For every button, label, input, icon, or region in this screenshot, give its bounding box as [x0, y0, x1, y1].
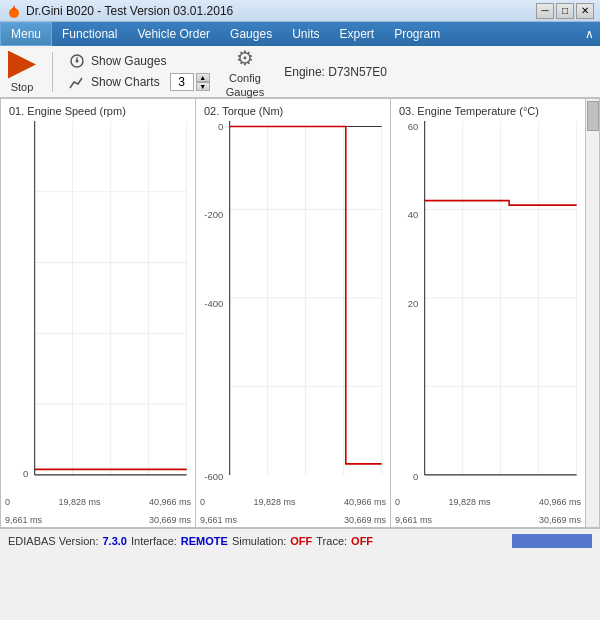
ediabas-version: 7.3.0	[103, 535, 127, 547]
interface-label: Interface:	[131, 535, 177, 547]
maximize-button[interactable]: □	[556, 3, 574, 19]
svg-marker-1	[12, 5, 16, 10]
window-title: Dr.Gini B020 - Test Version 03.01.2016	[26, 4, 233, 18]
show-charts-label: Show Charts	[91, 75, 160, 89]
x-label-2: 40,966 ms	[149, 497, 191, 507]
close-button[interactable]: ✕	[576, 3, 594, 19]
trace-label: Trace:	[316, 535, 347, 547]
chart-torque: 02. Torque (Nm) 0 -200 -400 -600	[196, 99, 391, 527]
chart-2-svg-wrap: 0 -200 -400 -600	[198, 121, 388, 497]
chart-icon	[69, 74, 85, 90]
chart-1-x-labels: 0 19,828 ms 40,966 ms 9,661 ms 30,669 ms	[3, 497, 193, 525]
titlebar: Dr.Gini B020 - Test Version 03.01.2016 ─…	[0, 0, 600, 22]
show-gauges-label: Show Gauges	[91, 54, 166, 68]
simulation-value: OFF	[290, 535, 312, 547]
chart-3-x-labels: 0 19,828 ms 40,966 ms 9,661 ms 30,669 ms	[393, 497, 583, 525]
status-block	[512, 534, 592, 548]
svg-text:0: 0	[218, 121, 224, 132]
toolbar: Stop Show Gauges Show Charts ▲ ▼	[0, 46, 600, 98]
x-label-0: 0	[395, 497, 400, 507]
chart-engine-speed: 01. Engine Speed (rpm) 0	[1, 99, 196, 527]
svg-text:-600: -600	[204, 471, 224, 482]
play-icon	[8, 51, 36, 79]
menu-item-menu[interactable]: Menu	[0, 22, 52, 46]
x-label-3: 9,661 ms	[5, 515, 42, 525]
vertical-scrollbar[interactable]	[585, 99, 599, 527]
config-gauges-label: Config	[229, 72, 261, 84]
x-label-4: 30,669 ms	[344, 515, 386, 525]
toolbar-options: Show Gauges Show Charts ▲ ▼	[69, 53, 210, 91]
menu-item-vehicle-order[interactable]: Vehicle Order	[127, 22, 220, 46]
menu-item-functional[interactable]: Functional	[52, 22, 127, 46]
chart-1-title: 01. Engine Speed (rpm)	[3, 101, 193, 121]
menubar-collapse[interactable]: ∧	[579, 22, 600, 46]
x-label-0: 0	[5, 497, 10, 507]
svg-text:60: 60	[408, 121, 419, 132]
x-label-0: 0	[200, 497, 205, 507]
spinner-up[interactable]: ▲	[196, 73, 210, 82]
chart-temperature: 03. Engine Temperature (°C) 60 40 20 0	[391, 99, 585, 527]
gauge-icon	[69, 53, 85, 69]
x-label-3: 9,661 ms	[200, 515, 237, 525]
spinner-down[interactable]: ▼	[196, 82, 210, 91]
svg-text:-400: -400	[204, 298, 224, 309]
x-label-3: 9,661 ms	[395, 515, 432, 525]
config-gauges-label2: Gauges	[226, 86, 265, 98]
simulation-label: Simulation:	[232, 535, 286, 547]
charts-count-input[interactable]	[170, 73, 194, 91]
gear-icon: ⚙	[236, 46, 254, 70]
x-label-1: 19,828 ms	[448, 497, 490, 507]
x-label-1: 19,828 ms	[253, 497, 295, 507]
show-charts-item[interactable]: Show Charts ▲ ▼	[69, 73, 210, 91]
window-controls[interactable]: ─ □ ✕	[536, 3, 594, 19]
menu-item-units[interactable]: Units	[282, 22, 329, 46]
svg-text:20: 20	[408, 298, 419, 309]
trace-value: OFF	[351, 535, 373, 547]
config-gauges-button[interactable]: ⚙ Config Gauges	[226, 46, 265, 98]
menu-item-program[interactable]: Program	[384, 22, 450, 46]
x-label-4: 30,669 ms	[149, 515, 191, 525]
charts-count-spinner[interactable]: ▲ ▼	[170, 73, 210, 91]
menu-item-gauges[interactable]: Gauges	[220, 22, 282, 46]
svg-text:0: 0	[23, 468, 29, 479]
ediabas-label: EDIABAS Version:	[8, 535, 99, 547]
x-label-2: 40,966 ms	[344, 497, 386, 507]
show-gauges-item[interactable]: Show Gauges	[69, 53, 210, 69]
chart-1-svg-wrap: 0	[3, 121, 193, 497]
x-label-1: 19,828 ms	[58, 497, 100, 507]
chart-3-title: 03. Engine Temperature (°C)	[393, 101, 583, 121]
interface-value: REMOTE	[181, 535, 228, 547]
x-label-2: 40,966 ms	[539, 497, 581, 507]
stop-label: Stop	[11, 81, 34, 93]
spinner-buttons: ▲ ▼	[196, 73, 210, 91]
chart-2-x-labels: 0 19,828 ms 40,966 ms 9,661 ms 30,669 ms	[198, 497, 388, 525]
stop-button[interactable]: Stop	[8, 51, 36, 93]
menubar: Menu Functional Vehicle Order Gauges Uni…	[0, 22, 600, 46]
app-icon	[6, 3, 22, 19]
svg-text:0: 0	[413, 471, 419, 482]
toolbar-divider	[52, 52, 53, 92]
svg-text:40: 40	[408, 209, 419, 220]
x-label-4: 30,669 ms	[539, 515, 581, 525]
chart-1-svg: 0	[3, 121, 193, 497]
chart-2-title: 02. Torque (Nm)	[198, 101, 388, 121]
scrollbar-thumb[interactable]	[587, 101, 599, 131]
statusbar: EDIABAS Version: 7.3.0 Interface: REMOTE…	[0, 528, 600, 552]
engine-label: Engine: D73N57E0	[284, 65, 387, 79]
chart-2-svg: 0 -200 -400 -600	[198, 121, 388, 497]
chart-3-svg: 60 40 20 0	[393, 121, 583, 497]
svg-text:-200: -200	[204, 209, 224, 220]
menu-item-expert[interactable]: Expert	[329, 22, 384, 46]
minimize-button[interactable]: ─	[536, 3, 554, 19]
charts-area: 01. Engine Speed (rpm) 0	[0, 98, 600, 528]
chart-3-svg-wrap: 60 40 20 0	[393, 121, 583, 497]
